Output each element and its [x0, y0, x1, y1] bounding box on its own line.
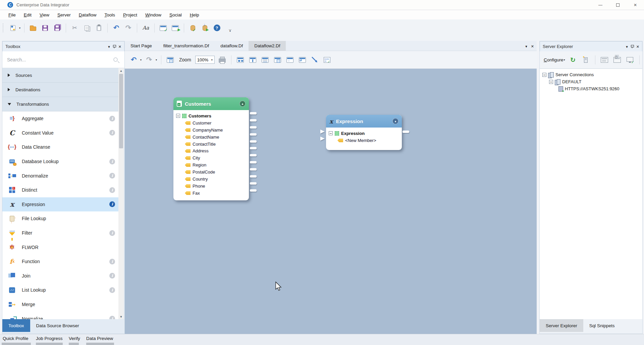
undo-button[interactable] — [111, 23, 121, 33]
server-monitor-button[interactable] — [625, 55, 635, 65]
info-icon[interactable] — [109, 230, 115, 236]
undo-history-icon[interactable]: ▾ — [140, 58, 142, 61]
link-tool-button[interactable] — [310, 55, 320, 64]
tree-item-server-url[interactable]: HTTPS://ASTWKS251:9260 — [542, 85, 642, 92]
panel-close-icon[interactable] — [636, 44, 639, 49]
expression-node[interactable]: Expression Expression <New Member> — [326, 115, 402, 150]
output-port[interactable] — [250, 140, 257, 143]
save-button[interactable] — [40, 23, 50, 33]
redo-button[interactable] — [123, 23, 133, 33]
menu-tools[interactable]: Tools — [101, 11, 119, 19]
input-port[interactable] — [320, 137, 325, 141]
scroll-down-icon[interactable]: ▼ — [118, 314, 124, 319]
help-button[interactable] — [212, 23, 222, 33]
collapse-node-icon[interactable] — [239, 101, 246, 107]
output-port[interactable] — [250, 126, 257, 129]
field-row[interactable]: PostalCode — [176, 168, 246, 176]
field-row[interactable]: Address — [176, 147, 246, 154]
expand-node-button[interactable] — [285, 55, 295, 64]
tab-close-icon[interactable] — [531, 44, 534, 49]
toolbox-item-data-cleanse[interactable]: Data Cleanse — [2, 140, 118, 154]
field-row[interactable]: <New Member> — [329, 137, 399, 144]
collapse-tree-icon[interactable] — [329, 131, 333, 135]
preview-grid-button[interactable]: 0100110 — [322, 55, 332, 64]
redo-history-icon[interactable]: ▾ — [156, 58, 157, 61]
toolbox-item-merge[interactable]: Merge — [2, 297, 118, 312]
job-schedules-button[interactable] — [612, 55, 622, 65]
collapse-node-icon[interactable] — [392, 118, 398, 124]
toolbar-overflow-button[interactable] — [229, 29, 231, 32]
field-row[interactable]: Phone — [176, 183, 246, 190]
menu-help[interactable]: Help — [186, 11, 203, 19]
collapse-tree-icon[interactable] — [542, 73, 546, 77]
toolbox-section-transformations[interactable]: Transformations — [2, 97, 118, 111]
new-dataflow-button[interactable] — [8, 23, 18, 33]
output-port[interactable] — [250, 175, 257, 178]
toolbox-item-constant-value[interactable]: Constant Value — [2, 126, 118, 140]
menu-server[interactable]: Server — [54, 11, 74, 19]
toolbox-item-function[interactable]: Function — [2, 254, 118, 269]
field-row[interactable]: Fax — [176, 190, 246, 197]
search-icon[interactable] — [113, 57, 118, 62]
menu-window[interactable]: Window — [142, 11, 165, 19]
info-icon[interactable] — [109, 316, 115, 319]
toolbox-section-sources[interactable]: Sources — [2, 68, 118, 83]
tree-root-row[interactable]: Expression — [329, 130, 399, 137]
collapse-tree-icon[interactable] — [549, 80, 553, 84]
maximize-button[interactable] — [609, 0, 627, 10]
tree-item-default[interactable]: DEFAULT — [542, 78, 642, 85]
menu-edit[interactable]: Edit — [20, 11, 35, 19]
dataflow-canvas[interactable]: Customers Customers Customer CompanyName… — [125, 69, 537, 334]
toolbox-item-file-lookup[interactable]: File Lookup — [2, 211, 118, 226]
configure-button[interactable]: Configure ▾ — [544, 57, 565, 62]
dock-preview-button[interactable] — [273, 55, 282, 64]
info-icon[interactable] — [109, 187, 115, 193]
output-port[interactable] — [250, 182, 257, 185]
input-port[interactable] — [320, 130, 325, 134]
toolbox-item-denormalize[interactable]: Denormalize — [2, 168, 118, 183]
panel-menu-icon[interactable] — [626, 44, 628, 49]
pin-icon[interactable] — [631, 45, 633, 48]
info-icon[interactable] — [109, 201, 115, 207]
field-row[interactable]: City — [176, 154, 246, 161]
font-button[interactable] — [141, 23, 151, 33]
undo-button[interactable] — [129, 55, 139, 64]
output-port[interactable] — [250, 112, 257, 114]
toolbox-item-filter[interactable]: 10110 Filter — [2, 226, 118, 240]
add-server-button[interactable] — [581, 55, 591, 65]
layout-tree-button[interactable] — [248, 55, 258, 64]
toolbox-item-join[interactable]: Join — [2, 269, 118, 283]
toolbox-item-aggregate[interactable]: Aggregate — [2, 111, 118, 126]
expand-all-button[interactable] — [298, 55, 307, 64]
field-row[interactable]: Region — [176, 161, 246, 168]
field-row[interactable]: Country — [176, 176, 246, 183]
info-icon[interactable] — [109, 273, 115, 279]
panel-tab-job-progress[interactable]: Job Progress — [36, 336, 63, 341]
copy-button[interactable] — [82, 23, 92, 33]
customers-node[interactable]: Customers Customers Customer CompanyName… — [173, 97, 249, 200]
print-button[interactable] — [217, 55, 227, 64]
tab-sql-snippets[interactable]: Sql Snippets — [583, 319, 621, 332]
field-row[interactable]: ContactTitle — [176, 141, 246, 148]
verify-dataflow-button[interactable] — [158, 23, 168, 33]
toolbox-item-database-lookup[interactable]: Database Lookup — [2, 154, 118, 169]
refresh-button[interactable] — [568, 55, 578, 65]
toolbox-scrollbar[interactable]: ▲ ▼ — [118, 68, 124, 319]
customers-node-header[interactable]: Customers — [173, 97, 249, 110]
output-port[interactable] — [250, 189, 257, 192]
close-button[interactable]: ✕ — [627, 0, 644, 10]
info-icon[interactable] — [109, 130, 115, 136]
paste-button[interactable] — [94, 23, 104, 33]
save-all-button[interactable] — [52, 23, 62, 33]
menu-file[interactable]: File — [5, 11, 19, 19]
tab-start-page[interactable]: Start Page — [125, 41, 158, 51]
toolbox-item-expression[interactable]: Expression — [2, 197, 118, 212]
toolbox-item-distinct[interactable]: ✕ Distinct — [2, 183, 118, 197]
toolbox-item-list-lookup[interactable]: List Lookup — [2, 283, 118, 297]
tab-dataflow[interactable]: dataflow.Df — [215, 41, 249, 51]
panel-menu-icon[interactable] — [108, 44, 110, 49]
tree-item-server-connections[interactable]: Server Connections — [542, 71, 642, 78]
toolbar-grip[interactable] — [3, 23, 4, 32]
info-icon[interactable] — [109, 173, 115, 179]
toolbox-item-normalize[interactable]: Normalize — [2, 311, 118, 319]
